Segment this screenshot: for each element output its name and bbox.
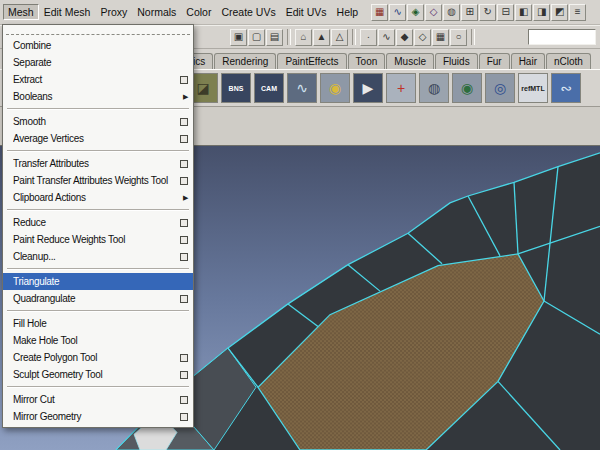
shelf-tab-hair[interactable]: Hair <box>511 53 545 69</box>
select-hierarchy-icon[interactable]: ⌂ <box>295 29 312 46</box>
menu-item-create-polygon-tool[interactable]: Create Polygon Tool <box>3 349 193 366</box>
menu-item-label: Make Hole Tool <box>13 335 188 346</box>
render-view-icon[interactable]: ◧ <box>515 4 532 21</box>
menu-item-paint-reduce-weights-tool[interactable]: Paint Reduce Weights Tool <box>3 231 193 248</box>
snap-to-point-magnet-icon[interactable]: ◈ <box>407 4 424 21</box>
option-box-icon[interactable] <box>180 177 188 185</box>
menu-tearoff-handle[interactable] <box>6 27 190 35</box>
option-box-icon[interactable] <box>180 219 188 227</box>
option-box-icon[interactable] <box>180 135 188 143</box>
menu-item-triangulate[interactable]: Triangulate <box>3 273 193 290</box>
shelf-tab-fluids[interactable]: Fluids <box>435 53 478 69</box>
select-object-icon[interactable]: ▲ <box>313 29 330 46</box>
snap-to-curve-magnet-icon[interactable]: ∿ <box>389 4 406 21</box>
ipr-render-icon[interactable]: ◩ <box>551 4 568 21</box>
quick-input-field[interactable] <box>528 29 596 45</box>
menu-mesh[interactable]: Mesh <box>3 4 39 20</box>
shelf-refmtl-button[interactable]: refMTL <box>518 73 548 103</box>
menu-item-quadrangulate[interactable]: Quadrangulate <box>3 290 193 307</box>
menu-create-uvs[interactable]: Create UVs <box>216 4 280 20</box>
mask-rendering-icon[interactable]: ▦ <box>432 29 449 46</box>
menu-item-label: Paint Transfer Attributes Weights Tool <box>13 175 176 186</box>
shelf-curve-tool-icon[interactable]: ∿ <box>287 73 317 103</box>
menu-item-label: Smooth <box>13 116 176 127</box>
shelf-cam-button[interactable]: CAM <box>254 73 284 103</box>
menu-edit-mesh[interactable]: Edit Mesh <box>39 4 96 20</box>
option-box-icon[interactable] <box>180 295 188 303</box>
snap-to-viewplane-magnet-icon[interactable]: ◇ <box>425 4 442 21</box>
shelf-cam-button-label: CAM <box>261 85 277 92</box>
shelf-arrow-icon[interactable]: ▶ <box>353 73 383 103</box>
mask-curves-icon[interactable]: ∿ <box>378 29 395 46</box>
make-live-icon[interactable]: ◍ <box>443 4 460 21</box>
menu-item-make-hole-tool[interactable]: Make Hole Tool <box>3 332 193 349</box>
mask-points-icon[interactable]: ∙ <box>360 29 377 46</box>
menu-item-booleans[interactable]: Booleans▶ <box>3 88 193 105</box>
option-box-icon[interactable] <box>180 236 188 244</box>
menu-item-label: Mirror Cut <box>13 394 176 405</box>
menu-item-extract[interactable]: Extract <box>3 71 193 88</box>
shelf-checker-sphere-icon[interactable]: ◍ <box>419 73 449 103</box>
mask-deformations-icon[interactable]: ◇ <box>414 29 431 46</box>
shelf-tab-toon[interactable]: Toon <box>348 53 386 69</box>
option-box-icon[interactable] <box>180 76 188 84</box>
menu-item-label: Reduce <box>13 217 176 228</box>
option-box-icon[interactable] <box>180 396 188 404</box>
output-connections-icon[interactable]: ⊟ <box>497 4 514 21</box>
menu-item-combine[interactable]: Combine <box>3 37 193 54</box>
mask-misc-icon[interactable]: ○ <box>450 29 467 46</box>
menu-item-reduce[interactable]: Reduce <box>3 214 193 231</box>
snap-to-grid-magnet-icon[interactable]: ▦ <box>371 4 388 21</box>
save-scene-icon[interactable]: ▤ <box>266 29 283 46</box>
menu-item-mirror-cut[interactable]: Mirror Cut <box>3 391 193 408</box>
menu-item-transfer-attributes[interactable]: Transfer Attributes <box>3 155 193 172</box>
option-box-icon[interactable] <box>180 371 188 379</box>
statusline-divider <box>471 29 475 45</box>
menu-item-separate[interactable]: Separate <box>3 54 193 71</box>
input-connections-icon[interactable]: ⊞ <box>461 4 478 21</box>
render-current-frame-icon[interactable]: ◨ <box>533 4 550 21</box>
menu-item-fill-hole[interactable]: Fill Hole <box>3 315 193 332</box>
shelf-paint-swirl-icon[interactable]: ∾ <box>551 73 581 103</box>
menu-normals[interactable]: Normals <box>132 4 181 20</box>
menu-item-label: Combine <box>13 40 188 51</box>
select-component-icon[interactable]: △ <box>331 29 348 46</box>
menu-item-smooth[interactable]: Smooth <box>3 113 193 130</box>
option-box-icon[interactable] <box>180 160 188 168</box>
shelf-bns-button[interactable]: BNS <box>221 73 251 103</box>
new-scene-icon[interactable]: ▣ <box>230 29 247 46</box>
menu-item-paint-transfer-attributes-weights-tool[interactable]: Paint Transfer Attributes Weights Tool <box>3 172 193 189</box>
menu-item-clipboard-actions[interactable]: Clipboard Actions▶ <box>3 189 193 206</box>
statusline-group-1: ▣▢▤ <box>230 29 283 46</box>
construction-history-icon[interactable]: ↻ <box>479 4 496 21</box>
shelf-locator-icon[interactable]: + <box>386 73 416 103</box>
menu-proxy[interactable]: Proxy <box>95 4 132 20</box>
render-settings-icon[interactable]: ≡ <box>569 4 586 21</box>
menu-help[interactable]: Help <box>332 4 364 20</box>
menu-separator <box>7 108 189 110</box>
option-box-icon[interactable] <box>180 413 188 421</box>
menu-edit-uvs[interactable]: Edit UVs <box>281 4 332 20</box>
menu-item-cleanup[interactable]: Cleanup... <box>3 248 193 265</box>
option-box-icon[interactable] <box>180 118 188 126</box>
open-scene-icon[interactable]: ▢ <box>248 29 265 46</box>
shelf-tab-muscle[interactable]: Muscle <box>386 53 434 69</box>
menu-color[interactable]: Color <box>181 4 216 20</box>
menu-item-label: Mirror Geometry <box>13 411 176 422</box>
menu-item-mirror-geometry[interactable]: Mirror Geometry <box>3 408 193 425</box>
shelf-tab-fur[interactable]: Fur <box>479 53 510 69</box>
shelf-yellow-spheres-icon[interactable]: ◉ <box>320 73 350 103</box>
menu-item-average-vertices[interactable]: Average Vertices <box>3 130 193 147</box>
shelf-globe-green-icon[interactable]: ◉ <box>452 73 482 103</box>
menu-item-label: Average Vertices <box>13 133 176 144</box>
mesh-menu-items: CombineSeparateExtractBooleans▶SmoothAve… <box>3 37 193 425</box>
shelf-tab-painteffects[interactable]: PaintEffects <box>277 53 346 69</box>
menu-separator <box>7 268 189 270</box>
menu-item-sculpt-geometry-tool[interactable]: Sculpt Geometry Tool <box>3 366 193 383</box>
mask-surfaces-icon[interactable]: ◆ <box>396 29 413 46</box>
option-box-icon[interactable] <box>180 354 188 362</box>
shelf-globe-blue-icon[interactable]: ◎ <box>485 73 515 103</box>
option-box-icon[interactable] <box>180 253 188 261</box>
shelf-tab-ncloth[interactable]: nCloth <box>546 53 591 69</box>
shelf-tab-rendering[interactable]: Rendering <box>214 53 276 69</box>
